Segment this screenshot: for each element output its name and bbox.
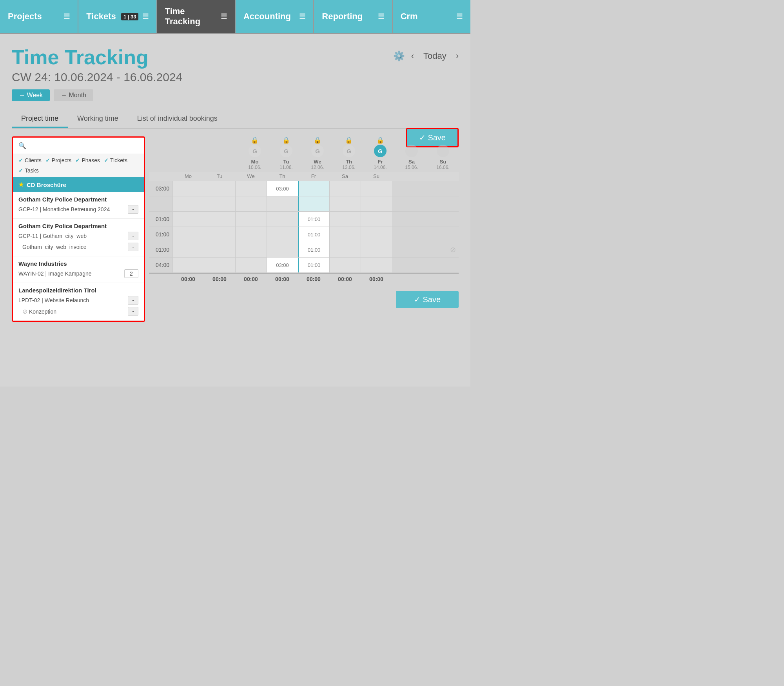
project-row-3-0[interactable]: LPDT-02 | Website Relaunch- <box>18 295 138 305</box>
filter-clients[interactable]: ✓Clients <box>18 157 42 163</box>
project-value-3-0[interactable]: - <box>128 296 138 305</box>
nav-label-projects: Projects <box>8 11 42 22</box>
filter-row: ✓Clients✓Projects✓Phases✓Tickets✓Tasks <box>13 154 144 177</box>
client-name-0: Gotham City Police Department <box>18 196 138 203</box>
month-button[interactable]: → Month <box>54 89 93 101</box>
cell-3-3[interactable] <box>267 227 298 242</box>
cell-3-5[interactable] <box>329 227 361 242</box>
cell-5-0[interactable] <box>172 258 204 272</box>
project-row-1-1[interactable]: Gotham_city_web_invoice- <box>18 242 138 252</box>
cell-2-5[interactable] <box>329 212 361 227</box>
cell-0-1[interactable] <box>204 181 235 196</box>
nav-item-tickets[interactable]: Tickets1 | 33☰ <box>78 0 157 33</box>
row-label-2: 01:00 <box>149 216 172 222</box>
cancel-cell-4[interactable]: ⊘ <box>447 245 459 254</box>
project-row-1-0[interactable]: GCP-11 | Gotham_city_web- <box>18 231 138 241</box>
total-row: 00:0000:0000:0000:0000:0000:0000:00 <box>149 273 459 285</box>
day-badge-tu: G <box>280 145 292 157</box>
cell-1-1[interactable] <box>204 196 235 211</box>
cell-4-3[interactable] <box>267 242 298 257</box>
save-button-bottom[interactable]: ✓ Save <box>396 291 459 308</box>
client-section-1: Gotham City Police DepartmentGCP-11 | Go… <box>13 219 144 256</box>
nav-item-time-tracking[interactable]: Time Tracking☰ <box>157 0 236 33</box>
cell-5-1[interactable] <box>204 258 235 272</box>
cell-4-4[interactable]: 01:00 <box>298 242 329 257</box>
sub-header: MoTuWeThFrSaSu <box>149 172 459 181</box>
project-row-2-0[interactable]: WAYIN-02 | Image Kampagne2 <box>18 269 138 279</box>
day-badge-sa <box>405 145 418 157</box>
cell-4-2[interactable] <box>235 242 267 257</box>
settings-icon[interactable]: ⚙️ <box>393 51 405 62</box>
featured-item[interactable]: ★ CD Broschüre <box>13 177 144 192</box>
filter-projects[interactable]: ✓Projects <box>45 157 72 163</box>
lock-icon-fr: 🔒 <box>365 136 396 144</box>
save-button-top[interactable]: ✓ Save <box>406 128 459 147</box>
cell-3-0[interactable] <box>172 227 204 242</box>
cell-5-3[interactable]: 03:00 <box>267 258 298 272</box>
cell-0-3[interactable]: 03:00 <box>267 181 298 196</box>
project-row-3-1[interactable]: ⊘Konzeption- <box>18 306 138 316</box>
filter-phases[interactable]: ✓Phases <box>75 157 100 163</box>
tab-project-time[interactable]: Project time <box>12 111 68 128</box>
project-row-0-0[interactable]: GCP-12 | Monatliche Betreuung 2024- <box>18 204 138 214</box>
day-badge-we: G <box>311 145 324 157</box>
cell-5-6[interactable] <box>361 258 392 272</box>
cell-5-2[interactable] <box>235 258 267 272</box>
cell-3-4[interactable]: 01:00 <box>298 227 329 242</box>
tab-working-time[interactable]: Working time <box>68 111 128 128</box>
day-col-we: 🔒GWe12.06. <box>302 136 333 170</box>
cell-0-4[interactable] <box>298 181 329 196</box>
cell-2-2[interactable] <box>235 212 267 227</box>
cancel-icon-3-1: ⊘ <box>22 308 27 315</box>
tab-individual-bookings[interactable]: List of individual bookings <box>128 111 227 128</box>
cell-1-2[interactable] <box>235 196 267 211</box>
cell-3-2[interactable] <box>235 227 267 242</box>
cell-2-0[interactable] <box>172 212 204 227</box>
time-grid: 🔒GMo10.06.🔒GTu11.06.🔒GWe12.06.🔒GTh13.06.… <box>149 136 459 322</box>
project-value-1-0[interactable]: - <box>128 232 138 240</box>
nav-label-crm: Crm <box>401 11 418 22</box>
nav-badge-tickets: 1 | 33 <box>121 13 139 20</box>
cell-0-5[interactable] <box>329 181 361 196</box>
today-button[interactable]: Today <box>420 49 450 63</box>
cell-0-0[interactable] <box>172 181 204 196</box>
filter-label-phases: Phases <box>82 157 100 163</box>
cell-1-5[interactable] <box>329 196 361 211</box>
search-input[interactable] <box>29 142 138 150</box>
total-cell-6: 00:00 <box>361 276 392 282</box>
cell-2-1[interactable] <box>204 212 235 227</box>
week-button[interactable]: → Week <box>12 89 50 101</box>
cell-4-6[interactable] <box>361 242 392 257</box>
filter-tickets[interactable]: ✓Tickets <box>104 157 127 163</box>
nav-label-accounting: Accounting <box>243 11 291 22</box>
cell-4-5[interactable] <box>329 242 361 257</box>
cell-4-1[interactable] <box>204 242 235 257</box>
cell-3-1[interactable] <box>204 227 235 242</box>
filter-tasks[interactable]: ✓Tasks <box>18 167 39 174</box>
nav-item-accounting[interactable]: Accounting☰ <box>236 0 314 33</box>
next-arrow[interactable]: › <box>456 51 459 61</box>
nav-item-crm[interactable]: Crm☰ <box>393 0 470 33</box>
cell-1-3[interactable] <box>267 196 298 211</box>
cell-1-0[interactable] <box>172 196 204 211</box>
project-value-0-0[interactable]: - <box>128 205 138 214</box>
prev-arrow[interactable]: ‹ <box>411 51 414 61</box>
cell-2-3[interactable] <box>267 212 298 227</box>
cell-3-6[interactable] <box>361 227 392 242</box>
cell-1-4[interactable] <box>298 196 329 211</box>
nav-item-projects[interactable]: Projects☰ <box>0 0 78 33</box>
cell-4-0[interactable] <box>172 242 204 257</box>
cell-0-2[interactable] <box>235 181 267 196</box>
project-value-2-0[interactable]: 2 <box>124 269 138 278</box>
cell-5-5[interactable] <box>329 258 361 272</box>
project-value-3-1[interactable]: - <box>128 307 138 316</box>
cell-1-6[interactable] <box>361 196 392 211</box>
lock-icon-mo: 🔒 <box>239 136 270 144</box>
cell-5-4[interactable]: 01:00 <box>298 258 329 272</box>
nav-item-reporting[interactable]: Reporting☰ <box>314 0 392 33</box>
cell-2-6[interactable] <box>361 212 392 227</box>
cell-0-6[interactable] <box>361 181 392 196</box>
project-value-1-1[interactable]: - <box>128 243 138 251</box>
day-date-tu: 11.06. <box>270 165 302 170</box>
cell-2-4[interactable]: 01:00 <box>298 212 329 227</box>
